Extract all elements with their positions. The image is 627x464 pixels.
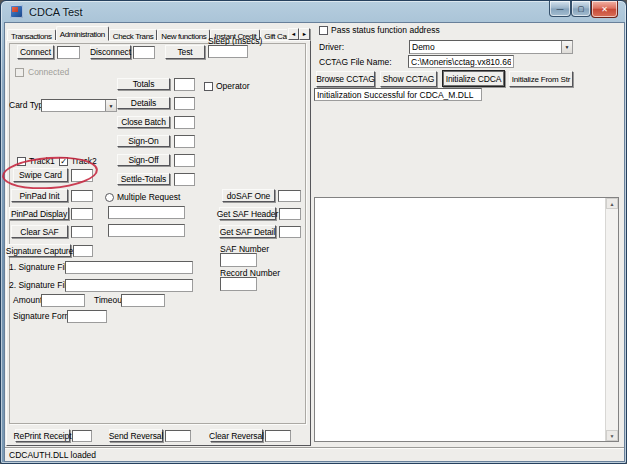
connect-button[interactable]: Connect bbox=[17, 45, 54, 59]
swipe-card-button[interactable]: Swipe Card bbox=[13, 168, 68, 182]
clear-saf-field[interactable] bbox=[71, 226, 93, 238]
pinpad-init-button[interactable]: PinPad Init bbox=[11, 189, 68, 202]
signature-file-2-label: 2. Signature File: bbox=[9, 281, 73, 290]
details-button[interactable]: Details bbox=[117, 97, 170, 109]
send-reversal-field[interactable] bbox=[165, 430, 191, 442]
clear-saf-button[interactable]: Clear SAF bbox=[11, 225, 68, 238]
track1-label: Track1 bbox=[29, 157, 55, 166]
dosaf-one-button[interactable]: doSAF One bbox=[222, 189, 275, 202]
sign-off-button[interactable]: Sign-Off bbox=[117, 154, 170, 166]
connect-field[interactable] bbox=[57, 46, 80, 59]
amount-field[interactable] bbox=[41, 294, 85, 307]
details-field[interactable] bbox=[174, 97, 195, 110]
scroll-up-icon[interactable]: ▲ bbox=[606, 198, 618, 209]
multiple-request-field-2[interactable] bbox=[108, 224, 185, 237]
scroll-down-icon[interactable]: ▼ bbox=[606, 430, 618, 441]
output-textarea[interactable]: ▲ ▼ bbox=[314, 197, 619, 442]
window-title: CDCA Test bbox=[29, 6, 83, 18]
maximize-icon: ▢ bbox=[578, 5, 585, 13]
track2-label: Track2 bbox=[71, 157, 97, 166]
close-batch-button[interactable]: Close Batch bbox=[117, 116, 170, 128]
settle-totals-button[interactable]: Settle-Totals bbox=[117, 173, 170, 185]
swipe-card-field[interactable] bbox=[71, 169, 93, 182]
pass-status-label: Pass status function address bbox=[331, 26, 440, 35]
pass-status-checkbox[interactable] bbox=[319, 26, 328, 35]
operator-label: Operator bbox=[216, 82, 250, 91]
get-saf-header-button[interactable]: Get SAF Header bbox=[219, 207, 276, 220]
minimize-icon: — bbox=[557, 5, 564, 12]
tab-scroll-left-icon: ◄ bbox=[291, 31, 296, 37]
card-type-select[interactable]: ▼ bbox=[41, 99, 117, 112]
connected-label: Connected bbox=[28, 68, 69, 77]
close-icon: ✕ bbox=[601, 5, 608, 14]
cctag-file-name-label: CCTAG File Name: bbox=[319, 58, 392, 67]
multiple-request-radio[interactable] bbox=[105, 193, 114, 202]
minimize-button[interactable]: — bbox=[549, 1, 571, 17]
send-reversal-button[interactable]: Send Reversal bbox=[109, 429, 163, 442]
signature-file-1-field[interactable] bbox=[65, 261, 193, 274]
app-window: CDCA Test — ▢ ✕ Transactions Administrat… bbox=[0, 0, 627, 464]
settle-totals-field[interactable] bbox=[174, 173, 195, 186]
get-saf-header-field[interactable] bbox=[279, 208, 301, 220]
multiple-request-field-1[interactable] bbox=[108, 206, 185, 219]
show-cctag-button[interactable]: Show CCTAG bbox=[380, 71, 437, 87]
pinpad-display-button[interactable]: PinPad Display bbox=[9, 207, 69, 220]
record-number-field[interactable] bbox=[220, 277, 257, 291]
track1-checkbox[interactable] bbox=[17, 157, 26, 166]
tab-scroll-right-icon: ► bbox=[302, 31, 307, 37]
titlebar[interactable]: CDCA Test bbox=[1, 1, 626, 22]
tab-scroll-left-button[interactable]: ◄ bbox=[288, 28, 299, 40]
clear-reversal-button[interactable]: Clear Reversal bbox=[210, 429, 263, 442]
signature-capture-field[interactable] bbox=[73, 245, 93, 257]
close-button[interactable]: ✕ bbox=[591, 1, 618, 18]
reprint-receipt-button[interactable]: RePrint Receipt bbox=[15, 429, 70, 442]
app-icon bbox=[10, 5, 23, 18]
driver-select[interactable]: Demo ▼ bbox=[409, 40, 573, 54]
status-bar-text: CDCAUTH.DLL loaded bbox=[9, 450, 96, 460]
disconnect-field[interactable] bbox=[133, 46, 155, 59]
clear-reversal-field[interactable] bbox=[265, 430, 291, 442]
initialize-from-str-button[interactable]: Initialize From Str bbox=[509, 71, 573, 87]
get-saf-detail-field[interactable] bbox=[279, 226, 301, 238]
driver-selected-value: Demo bbox=[412, 42, 435, 52]
tab-administration[interactable]: Administration bbox=[56, 26, 109, 41]
totals-field[interactable] bbox=[174, 78, 195, 91]
track2-checkbox[interactable]: ✓ bbox=[59, 157, 68, 166]
connected-checkbox[interactable] bbox=[15, 68, 24, 77]
maximize-button[interactable]: ▢ bbox=[571, 1, 591, 17]
initialize-cdca-button[interactable]: Initialize CDCA bbox=[442, 70, 505, 87]
saf-number-field[interactable] bbox=[220, 253, 257, 267]
close-batch-field[interactable] bbox=[174, 116, 195, 129]
reprint-receipt-field[interactable] bbox=[72, 430, 92, 442]
multiple-request-label: Multiple Request bbox=[117, 193, 180, 202]
pinpad-display-field[interactable] bbox=[71, 208, 93, 220]
tab-scroll-right-button[interactable]: ► bbox=[299, 28, 310, 40]
signature-format-field[interactable] bbox=[67, 310, 107, 323]
signature-file-2-field[interactable] bbox=[65, 279, 193, 292]
chevron-down-icon[interactable]: ▼ bbox=[105, 100, 116, 111]
driver-label: Driver: bbox=[319, 43, 344, 52]
check-icon: ✓ bbox=[60, 157, 67, 166]
chevron-down-icon[interactable]: ▼ bbox=[561, 41, 572, 53]
test-button[interactable]: Test bbox=[165, 45, 205, 59]
browse-cctag-button[interactable]: Browse CCTAG bbox=[316, 71, 375, 87]
signature-file-1-label: 1. Signature File: bbox=[9, 263, 73, 272]
sign-off-field[interactable] bbox=[174, 154, 195, 167]
disconnect-button[interactable]: Disconnect bbox=[90, 45, 131, 59]
timeout-field[interactable] bbox=[121, 294, 165, 307]
operator-checkbox[interactable] bbox=[204, 82, 213, 91]
signature-capture-button[interactable]: Signature Capture bbox=[8, 244, 71, 257]
totals-button[interactable]: Totals bbox=[117, 78, 170, 90]
pinpad-init-field[interactable] bbox=[71, 190, 93, 202]
sign-on-field[interactable] bbox=[174, 135, 195, 148]
init-status-field[interactable] bbox=[314, 88, 482, 101]
sleep-field[interactable] bbox=[208, 45, 248, 58]
cctag-file-name-field[interactable] bbox=[408, 55, 514, 68]
status-bar: CDCAUTH.DLL loaded bbox=[5, 447, 624, 461]
output-scrollbar[interactable]: ▲ ▼ bbox=[605, 198, 618, 441]
amount-label: Amount: bbox=[13, 296, 45, 305]
dosaf-one-field[interactable] bbox=[278, 190, 301, 202]
sign-on-button[interactable]: Sign-On bbox=[117, 135, 170, 147]
get-saf-detail-button[interactable]: Get SAF Detail bbox=[219, 225, 276, 238]
